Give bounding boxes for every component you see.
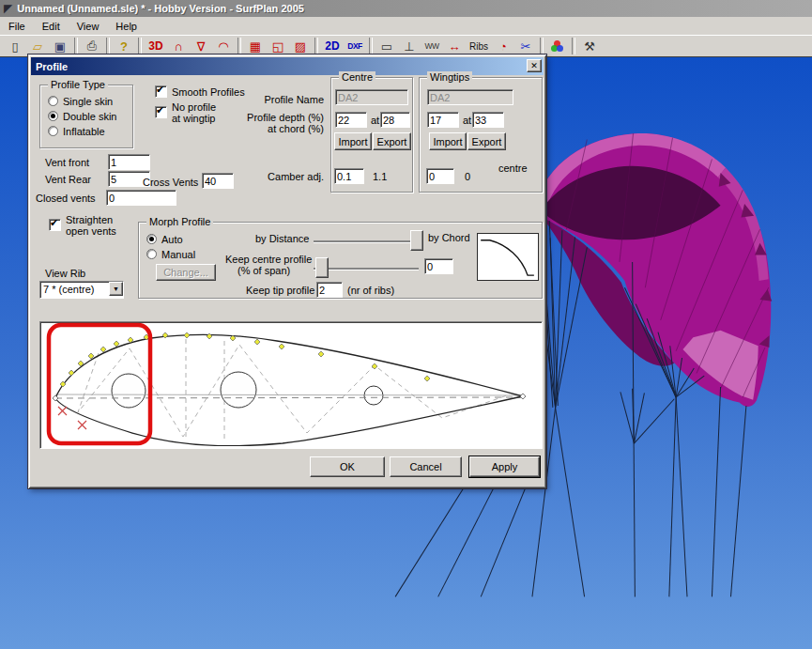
save-icon[interactable]: ▣ [49,37,71,55]
menu-file[interactable]: File [0,19,34,34]
change-button[interactable]: Change... [156,264,216,281]
keep-centre-slider-thumb[interactable] [315,257,329,278]
cancel-button[interactable]: Cancel [390,456,462,477]
keep-centre-slider-track[interactable] [314,268,419,270]
wingtips-legend: Wingtips [427,71,472,83]
shaded-panel-icon[interactable]: ▨ [289,37,312,55]
morph-slider-track[interactable] [314,240,422,243]
centre-depth-field[interactable] [335,112,367,128]
wingtips-chord-field[interactable] [472,112,504,128]
no-profile-label-2: at wingtip [172,113,215,125]
wingtips-camber-field[interactable] [426,168,454,184]
profile-dialog: Profile ✕ Profile Type Single skin Doubl… [28,54,546,488]
profile-depth-label: Profile depth (%) [211,112,324,124]
apply-button[interactable]: Apply [469,456,540,477]
profile-type-legend: Profile Type [48,79,108,90]
gauge-icon[interactable]: ◔ [492,37,514,55]
close-icon[interactable]: ✕ [527,59,542,72]
centre-camber-field[interactable] [334,168,364,184]
at-chord-label: at chord (%) [211,123,324,135]
view-rib-combobox[interactable]: 7 * (centre) ▼ [39,281,124,299]
new-document-icon[interactable]: ▯ [4,37,26,55]
radio-morph-manual[interactable] [146,249,157,259]
centre-import-button[interactable]: Import [334,132,372,150]
menu-edit[interactable]: Edit [34,19,69,34]
menu-help[interactable]: Help [107,19,146,34]
straighten-checkbox[interactable]: ✔ [49,219,61,231]
centre-camber-factor: 1.1 [373,171,387,183]
centre-profile-name-field[interactable] [335,89,408,105]
centre-chord-field[interactable] [380,112,410,128]
keep-centre-label: Keep centre profile [225,254,312,266]
keep-tip-label: Keep tip profile [246,285,314,297]
bridle-lines-icon[interactable]: WW [421,37,443,55]
menu-view[interactable]: View [69,19,108,34]
arc-icon[interactable]: ∩ [167,37,190,55]
morph-slider-thumb[interactable] [410,230,423,251]
morph-auto-label: Auto [161,234,183,246]
morph-manual-label: Manual [161,249,195,261]
print-icon[interactable]: ⎙ [81,37,103,55]
keep-centre-field[interactable] [424,258,453,274]
radio-inflatable[interactable] [48,126,58,136]
closed-vents-field[interactable] [106,190,176,206]
plumb-icon[interactable]: ⊥ [398,37,421,55]
centre-export-button[interactable]: Export [373,132,411,150]
radio-morph-auto[interactable] [146,234,157,244]
centre-legend: Centre [339,71,375,83]
wingtips-depth-field[interactable] [427,112,459,128]
closed-vents-label: Closed vents [36,193,96,205]
panel-icon[interactable]: ◱ [267,37,289,55]
help-icon[interactable]: ? [113,37,135,55]
toolbar-separator [314,38,318,54]
hammer-icon[interactable]: ⚒ [578,37,601,55]
harp-icon[interactable]: ∇ [190,37,212,55]
smooth-profiles-checkbox[interactable]: ✔ [155,85,167,98]
2d-view-icon[interactable]: 2D [321,37,344,55]
span-icon[interactable]: ↔ [443,37,466,55]
toolbar-separator [106,38,110,54]
wingtips-camber-factor: 0 [465,171,470,183]
morph-profile-legend: Morph Profile [146,216,213,227]
cross-vents-field[interactable] [202,173,234,189]
toolbar-separator [74,38,78,54]
wingtips-export-button[interactable]: Export [467,132,506,150]
nr-ribs-label: (nr of ribs) [347,285,394,297]
morph-profile-group: Morph Profile Auto Manual Change... by D… [138,222,543,299]
airfoil-drawing [40,322,540,446]
3d-view-icon[interactable]: 3D [145,37,167,55]
profile-drawing-area[interactable] [39,321,543,449]
dome-icon[interactable]: ◠ [212,37,235,55]
keep-tip-field[interactable] [316,282,343,298]
ribs-icon[interactable]: Ribs [466,37,492,55]
ruler-icon[interactable]: ▭ [375,37,398,55]
wingtips-at-label: at [463,115,471,127]
ok-button[interactable]: OK [310,456,385,477]
toolbar-separator [540,38,544,54]
scissors-icon[interactable]: ✂ [514,37,537,55]
chevron-down-icon[interactable]: ▼ [109,282,123,296]
single-skin-label: Single skin [63,96,113,108]
grid-icon[interactable]: ▦ [244,37,267,55]
menu-bar: File Edit View Help [0,17,812,36]
profile-type-group: Profile Type Single skin Double skin Inf… [39,85,133,148]
dialog-title: Profile [36,61,68,72]
inflatable-label: Inflatable [63,126,105,138]
toolbar-separator [237,38,241,54]
no-profile-checkbox[interactable]: ✔ [155,106,167,118]
vent-front-field[interactable] [108,154,150,170]
toolbar-separator [138,38,142,54]
radio-double-skin[interactable] [48,111,58,121]
wingtips-import-button[interactable]: Import [429,132,467,150]
no-profile-label-1: No profile [172,101,216,114]
colors-icon[interactable] [546,37,569,55]
centre-at-label: at [371,115,379,127]
vent-front-label: Vent front [45,157,89,169]
straighten-label-1: Straighten [66,214,113,226]
open-folder-icon[interactable]: ▱ [26,37,49,55]
radio-single-skin[interactable] [48,96,58,106]
wingtips-profile-name-field[interactable] [427,89,513,105]
pct-span-label: (% of span) [237,265,290,277]
dxf-export-icon[interactable]: DXF [344,37,366,55]
by-chord-label: by Chord [428,232,470,244]
